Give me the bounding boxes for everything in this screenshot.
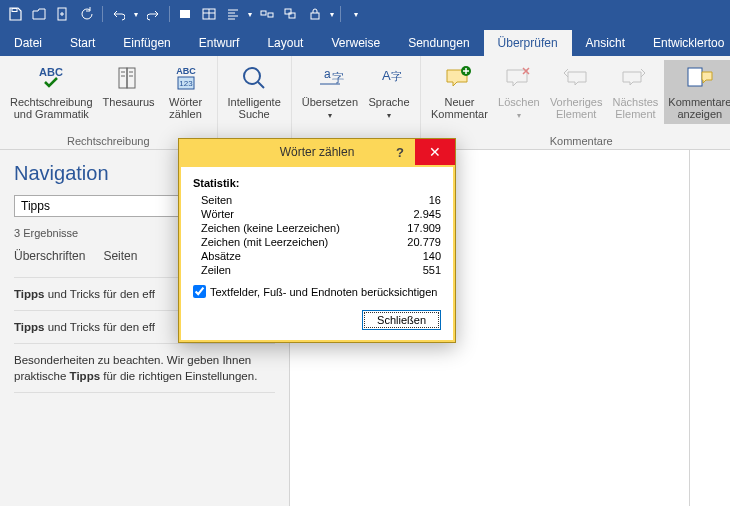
thesaurus-button[interactable]: Thesaurus (99, 60, 159, 122)
svg-rect-4 (261, 11, 266, 15)
svg-rect-8 (311, 13, 319, 19)
svg-text:字: 字 (391, 70, 402, 82)
svg-text:a: a (324, 67, 331, 81)
word-count-icon: ABC123 (170, 62, 202, 94)
smart-lookup-label: Intelligente Suche (228, 96, 281, 120)
refresh-icon[interactable] (76, 3, 98, 25)
svg-text:123: 123 (179, 79, 193, 88)
spelling-grammar-button[interactable]: ABC Rechtschreibung und Grammatik (6, 60, 97, 122)
subtab-headings[interactable]: Überschriften (14, 249, 85, 263)
dialog-titlebar[interactable]: Wörter zählen ? ✕ (179, 139, 455, 165)
show-comments-icon (684, 62, 716, 94)
new-comment-icon (443, 62, 475, 94)
prev-comment-button: Vorheriges Element (546, 60, 607, 124)
align-icon[interactable] (222, 3, 244, 25)
ribbon: ABC Rechtschreibung und Grammatik Thesau… (0, 56, 730, 150)
svg-text:ABC: ABC (39, 66, 63, 78)
new-comment-button[interactable]: Neuer Kommentar (427, 60, 492, 124)
thesaurus-icon (113, 62, 145, 94)
tab-einfuegen[interactable]: Einfügen (109, 30, 184, 56)
redo-icon[interactable] (143, 3, 165, 25)
show-comments-label: Kommentare anzeigen (668, 96, 730, 120)
qat-dropdown-2[interactable]: ▾ (328, 3, 336, 25)
checkbox-input[interactable] (193, 285, 206, 298)
table-icon[interactable] (198, 3, 220, 25)
checkbox-label: Textfelder, Fuß- und Endnoten berücksich… (210, 286, 437, 298)
tab-entwicklertools[interactable]: Entwicklertoo (639, 30, 730, 56)
new-icon[interactable] (52, 3, 74, 25)
new-comment-label: Neuer Kommentar (431, 96, 488, 120)
next-comment-icon (619, 62, 651, 94)
svg-rect-0 (12, 9, 17, 12)
list-item[interactable]: Besonderheiten zu beachten. Wir geben Ih… (14, 343, 275, 393)
page-edge (689, 150, 690, 506)
close-icon[interactable]: ✕ (415, 139, 455, 165)
quick-access-toolbar: ▾ ▾ ▾ ▾ (0, 0, 730, 28)
delete-comment-label: Löschen▾ (498, 96, 540, 122)
stat-row: Zeichen (keine Leerzeichen)17.909 (193, 221, 441, 235)
close-button[interactable]: Schließen (362, 310, 441, 330)
svg-text:A: A (382, 68, 391, 83)
delete-comment-button: Löschen▾ (494, 60, 544, 124)
smart-lookup-button[interactable]: Intelligente Suche (224, 60, 285, 122)
show-comments-button[interactable]: Kommentare anzeigen (664, 60, 730, 124)
tab-start[interactable]: Start (56, 30, 109, 56)
svg-point-15 (244, 68, 260, 84)
tab-ansicht[interactable]: Ansicht (572, 30, 639, 56)
shape-icon[interactable] (174, 3, 196, 25)
language-button[interactable]: A字 Sprache▾ (364, 60, 414, 124)
stat-row: Seiten16 (193, 193, 441, 207)
next-comment-label: Nächstes Element (612, 96, 658, 120)
language-label: Sprache▾ (369, 96, 410, 122)
dialog-title-text: Wörter zählen (280, 145, 355, 159)
thesaurus-label: Thesaurus (103, 96, 155, 108)
undo-dropdown-icon[interactable]: ▾ (131, 3, 141, 25)
word-count-dialog: Wörter zählen ? ✕ Statistik: Seiten16 Wö… (178, 138, 456, 343)
delete-comment-icon (503, 62, 535, 94)
prev-comment-label: Vorheriges Element (550, 96, 603, 120)
svg-rect-5 (268, 13, 273, 17)
translate-button[interactable]: a字 Übersetzen▾ (298, 60, 362, 124)
translate-label: Übersetzen▾ (302, 96, 358, 122)
subtab-pages[interactable]: Seiten (103, 249, 137, 263)
lock-icon[interactable] (304, 3, 326, 25)
tab-datei[interactable]: Datei (0, 30, 56, 56)
word-count-button[interactable]: ABC123 Wörter zählen (161, 60, 211, 122)
ribbon-group-suche: Intelligente Suche (218, 56, 292, 149)
group-title-kommentare: Kommentare (427, 134, 730, 147)
open-icon[interactable] (28, 3, 50, 25)
ribbon-group-sprache: a字 Übersetzen▾ A字 Sprache▾ (292, 56, 421, 149)
spelling-label: Rechtschreibung und Grammatik (10, 96, 93, 120)
svg-text:ABC: ABC (176, 66, 196, 76)
translate-icon: a字 (314, 62, 346, 94)
search-icon (238, 62, 270, 94)
link-icon[interactable] (256, 3, 278, 25)
svg-rect-11 (127, 68, 135, 88)
tab-entwurf[interactable]: Entwurf (185, 30, 254, 56)
undo-icon[interactable] (107, 3, 129, 25)
group-icon[interactable] (280, 3, 302, 25)
svg-text:字: 字 (332, 71, 344, 85)
language-icon: A字 (373, 62, 405, 94)
include-textboxes-checkbox[interactable]: Textfelder, Fuß- und Endnoten berücksich… (193, 285, 441, 298)
tab-ueberpruefen[interactable]: Überprüfen (484, 30, 572, 56)
svg-rect-2 (180, 10, 190, 18)
svg-rect-21 (688, 68, 702, 86)
save-icon[interactable] (4, 3, 26, 25)
statistics-heading: Statistik: (193, 177, 441, 189)
help-icon[interactable]: ? (385, 139, 415, 165)
menu-tabs: Datei Start Einfügen Entwurf Layout Verw… (0, 28, 730, 56)
customize-qat-icon[interactable]: ▾ (345, 3, 367, 25)
ribbon-group-kommentare: Neuer Kommentar Löschen▾ Vorheriges Elem… (421, 56, 730, 149)
word-count-label: Wörter zählen (169, 96, 202, 120)
next-comment-button: Nächstes Element (608, 60, 662, 124)
svg-rect-10 (119, 68, 127, 88)
stat-row: Absätze140 (193, 249, 441, 263)
tab-verweise[interactable]: Verweise (317, 30, 394, 56)
prev-comment-icon (560, 62, 592, 94)
stat-row: Zeichen (mit Leerzeichen)20.779 (193, 235, 441, 249)
tab-layout[interactable]: Layout (253, 30, 317, 56)
spelling-icon: ABC (35, 62, 67, 94)
qat-dropdown-1[interactable]: ▾ (246, 3, 254, 25)
tab-sendungen[interactable]: Sendungen (394, 30, 483, 56)
